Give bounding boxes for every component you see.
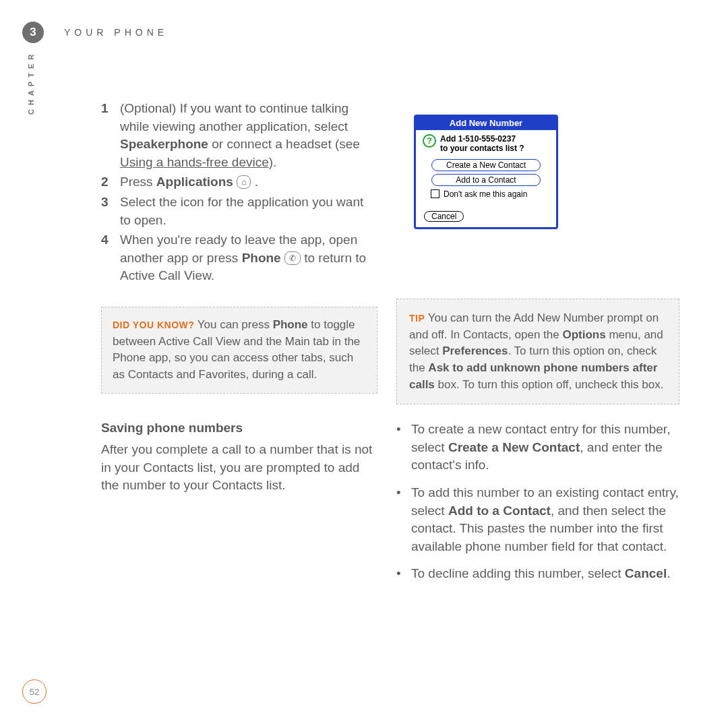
- tip-bold: Preferences: [442, 344, 508, 357]
- chapter-number-badge: 3: [22, 22, 44, 43]
- tip-text: box. To turn this option off, uncheck th…: [435, 378, 664, 391]
- step-1: 1 (Optional) If you want to continue tal…: [101, 100, 377, 171]
- bullet-bold: Add to a Contact: [448, 504, 551, 518]
- bullet-create-new: • To create a new contact entry for this…: [396, 421, 679, 475]
- bullet-cancel: • To decline adding this number, select …: [396, 565, 679, 583]
- step-number: 2: [101, 173, 120, 191]
- saving-paragraph: After you complete a call to a number th…: [101, 441, 377, 495]
- step-number: 3: [101, 193, 120, 229]
- step-number: 4: [101, 231, 120, 285]
- step-2: 2 Press Applications ⌂ .: [101, 173, 377, 191]
- tip-label: TIP: [409, 313, 425, 324]
- bullet-text: To decline adding this number, select: [411, 566, 625, 580]
- bullet-add-existing: • To add this number to an existing cont…: [396, 484, 679, 555]
- tip-bold: Options: [562, 328, 605, 341]
- bullet-icon: •: [396, 565, 403, 583]
- step-text: .: [251, 175, 258, 189]
- step-text: (Optional) If you want to continue talki…: [120, 101, 348, 133]
- did-you-know-box: DID YOU KNOW? You can press Phone to tog…: [101, 307, 377, 394]
- applications-key-icon: ⌂: [237, 175, 251, 189]
- chapter-side-label: CHAPTER: [27, 51, 35, 115]
- callout-bold: Phone: [273, 318, 308, 331]
- step-3: 3 Select the icon for the application yo…: [101, 193, 377, 229]
- callout-text: You can press: [194, 318, 272, 331]
- step-4: 4 When you're ready to leave the app, op…: [101, 231, 377, 285]
- bullet-icon: •: [396, 484, 403, 555]
- bullet-icon: •: [396, 421, 403, 475]
- phone-key-icon: ✆: [284, 251, 301, 265]
- page-number: 52: [22, 679, 47, 704]
- step-bold: Speakerphone: [120, 137, 208, 151]
- step-bold: Applications: [156, 175, 233, 189]
- bullet-text: .: [667, 566, 670, 580]
- bullet-bold: Cancel: [625, 566, 667, 580]
- saving-heading: Saving phone numbers: [101, 419, 377, 437]
- link-hands-free[interactable]: Using a hands-free device: [120, 155, 269, 169]
- step-number: 1: [101, 100, 120, 171]
- step-text: or connect a headset (see: [208, 137, 360, 151]
- chapter-title: YOUR PHONE: [64, 27, 168, 38]
- step-text: Select the icon for the application you …: [120, 195, 363, 227]
- bullet-bold: Create a New Contact: [448, 440, 580, 454]
- tip-box: TIP You can turn the Add New Number prom…: [396, 299, 679, 404]
- did-you-know-label: DID YOU KNOW?: [113, 320, 194, 330]
- step-bold: Phone: [242, 251, 281, 265]
- step-text: Press: [120, 175, 156, 189]
- step-text: ).: [269, 155, 277, 169]
